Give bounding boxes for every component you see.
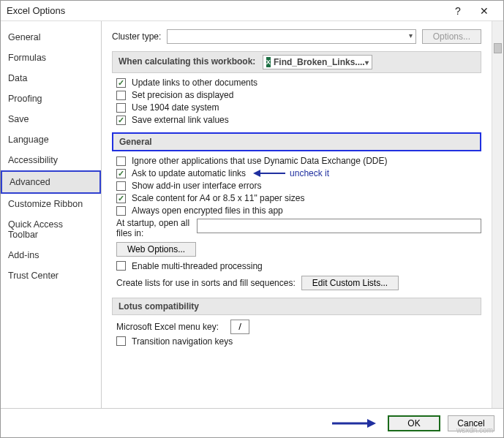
titlebar: Excel Options ? ✕ xyxy=(1,1,503,21)
section-when-calculating-label: When calculating this workbook: xyxy=(119,56,255,67)
sidebar-item-add-ins[interactable]: Add-ins xyxy=(1,245,101,265)
opt-update-links[interactable]: Update links to other documents xyxy=(116,78,481,88)
cluster-type-label: Cluster type: xyxy=(112,31,161,42)
opt-1904-date-label: Use 1904 date system xyxy=(132,102,219,113)
opt-scale-a4-label: Scale content for A4 or 8.5 x 11" paper … xyxy=(132,193,304,203)
cluster-options-button[interactable]: Options... xyxy=(422,29,481,44)
opt-ignore-dde[interactable]: Ignore other applications that use Dynam… xyxy=(116,156,481,166)
checkbox-icon xyxy=(116,91,126,100)
custom-lists-label: Create lists for use in sorts and fill s… xyxy=(116,278,296,288)
cluster-type-select[interactable]: ▾ xyxy=(167,29,415,44)
annotation-uncheck: uncheck it xyxy=(253,168,329,178)
workbook-select[interactable]: Find_Broken_Links.... ▾ xyxy=(263,55,372,69)
svg-marker-3 xyxy=(367,419,376,428)
content-scroll: Cluster type: ▾ Options... When calculat… xyxy=(102,21,492,408)
section-when-calculating: When calculating this workbook: Find_Bro… xyxy=(112,51,481,73)
workbook-name: Find_Broken_Links.... xyxy=(274,57,365,67)
sidebar-item-accessibility[interactable]: Accessibility xyxy=(1,150,101,170)
window-title: Excel Options xyxy=(7,5,445,16)
sidebar-item-data[interactable]: Data xyxy=(1,68,101,88)
opt-multithread[interactable]: Enable multi-threaded processing xyxy=(116,261,481,271)
checkbox-icon xyxy=(116,206,126,216)
checkbox-icon xyxy=(116,103,126,113)
opt-save-external-links[interactable]: Save external link values xyxy=(116,115,481,125)
menu-key-input[interactable] xyxy=(230,320,249,334)
menu-key-label: Microsoft Excel menu key: xyxy=(116,322,219,332)
opt-scale-a4[interactable]: Scale content for A4 or 8.5 x 11" paper … xyxy=(116,193,481,203)
section-lotus: Lotus compatibility xyxy=(112,298,481,315)
opt-open-encrypted-label: Always open encrypted files in this app xyxy=(132,205,283,216)
opt-open-encrypted[interactable]: Always open encrypted files in this app xyxy=(116,205,481,216)
cluster-type-row: Cluster type: ▾ Options... xyxy=(112,29,481,44)
opt-transition-nav[interactable]: Transition navigation keys xyxy=(116,336,481,347)
opt-addin-errors[interactable]: Show add-in user interface errors xyxy=(116,181,481,191)
opt-addin-errors-label: Show add-in user interface errors xyxy=(132,181,261,191)
opt-transition-nav-label: Transition navigation keys xyxy=(132,336,233,347)
startup-folder-input[interactable] xyxy=(197,219,481,233)
vertical-scrollbar[interactable] xyxy=(492,21,503,408)
checkbox-icon xyxy=(116,181,126,191)
close-button[interactable]: ✕ xyxy=(471,5,497,17)
sidebar-item-formulas[interactable]: Formulas xyxy=(1,48,101,68)
chevron-down-icon: ▾ xyxy=(409,31,413,39)
arrow-right-icon xyxy=(332,418,376,428)
sidebar-item-advanced[interactable]: Advanced xyxy=(1,170,101,194)
sidebar-item-language[interactable]: Language xyxy=(1,129,101,150)
opt-update-links-label: Update links to other documents xyxy=(132,78,257,88)
dialog-footer: OK Cancel xyxy=(1,408,503,437)
checkbox-icon xyxy=(116,261,126,271)
sidebar-item-general[interactable]: General xyxy=(1,27,101,48)
checkbox-icon xyxy=(116,336,126,346)
opt-ask-update-links-label: Ask to update automatic links xyxy=(132,168,246,178)
custom-lists-row: Create lists for use in sorts and fill s… xyxy=(116,276,481,290)
content-pane: Cluster type: ▾ Options... When calculat… xyxy=(102,21,503,408)
help-button[interactable]: ? xyxy=(445,5,471,17)
opt-multithread-label: Enable multi-threaded processing xyxy=(132,261,263,271)
scrollbar-thumb[interactable] xyxy=(494,43,502,53)
excel-options-dialog: Excel Options ? ✕ General Formulas Data … xyxy=(0,0,504,438)
edit-custom-lists-button[interactable]: Edit Custom Lists... xyxy=(301,276,399,290)
excel-file-icon xyxy=(266,57,271,67)
checkbox-icon xyxy=(116,169,126,178)
checkbox-icon xyxy=(116,156,126,166)
category-sidebar: General Formulas Data Proofing Save Lang… xyxy=(1,21,102,408)
checkbox-icon xyxy=(116,116,126,125)
checkbox-icon xyxy=(116,194,126,203)
opt-save-external-links-label: Save external link values xyxy=(132,115,229,125)
web-options-button[interactable]: Web Options... xyxy=(116,242,196,257)
startup-folder-label: At startup, open all files in: xyxy=(116,219,197,239)
svg-marker-1 xyxy=(253,170,260,177)
watermark: wsxdn.com xyxy=(456,426,493,434)
opt-ignore-dde-label: Ignore other applications that use Dynam… xyxy=(132,156,388,166)
ok-button[interactable]: OK xyxy=(388,415,440,431)
opt-set-precision-label: Set precision as displayed xyxy=(132,90,233,100)
opt-ask-update-links[interactable]: Ask to update automatic links uncheck it xyxy=(116,168,481,178)
checkbox-icon xyxy=(116,78,126,88)
sidebar-item-quick-access-toolbar[interactable]: Quick Access Toolbar xyxy=(1,214,101,245)
sidebar-item-proofing[interactable]: Proofing xyxy=(1,88,101,109)
startup-folder-row: At startup, open all files in: xyxy=(116,219,481,239)
dialog-body: General Formulas Data Proofing Save Lang… xyxy=(1,21,503,408)
opt-1904-date[interactable]: Use 1904 date system xyxy=(116,102,481,113)
arrow-left-icon xyxy=(253,169,285,178)
opt-set-precision[interactable]: Set precision as displayed xyxy=(116,90,481,100)
section-general: General xyxy=(112,132,481,151)
sidebar-item-customize-ribbon[interactable]: Customize Ribbon xyxy=(1,194,101,214)
menu-key-row: Microsoft Excel menu key: xyxy=(116,320,481,334)
annotation-text: uncheck it xyxy=(290,168,329,178)
chevron-down-icon: ▾ xyxy=(365,58,369,67)
sidebar-item-save[interactable]: Save xyxy=(1,109,101,129)
sidebar-item-trust-center[interactable]: Trust Center xyxy=(1,265,101,286)
